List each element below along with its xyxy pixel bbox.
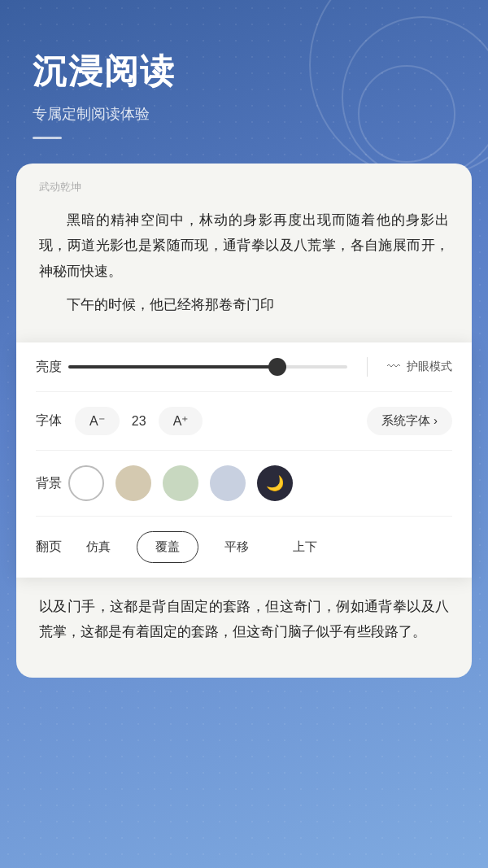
- eye-mode-label: 护眼模式: [407, 360, 452, 374]
- background-label: 背景: [36, 475, 68, 492]
- pageturn-cover[interactable]: 覆盖: [137, 531, 198, 563]
- reading-card-bottom: 以及门手，这都是背自固定的套路，但这奇门，例如通背拳以及八荒掌，这都是有着固定的…: [16, 578, 472, 678]
- reading-text: 黑暗的精神空间中，林动的身影再度出现而随着他的身影出现，两道光影也是紧随而现，通…: [39, 207, 449, 318]
- background-row: 背景 🌙: [36, 451, 452, 517]
- reading-paragraph-1: 黑暗的精神空间中，林动的身影再度出现而随着他的身影出现，两道光影也是紧随而现，通…: [39, 207, 449, 284]
- pageturn-options: 仿真 覆盖 平移 上下: [68, 531, 452, 563]
- slider-fill: [68, 365, 277, 369]
- bg-option-blue[interactable]: [210, 465, 246, 501]
- pageturn-label: 翻页: [36, 539, 68, 556]
- settings-panel: 亮度 〰 护眼模式 字体 A⁻ 23 A⁺ 系统字体 › 背景: [16, 342, 472, 578]
- font-label: 字体: [36, 412, 68, 430]
- bg-option-green[interactable]: [163, 465, 198, 501]
- moon-icon: 🌙: [266, 474, 284, 492]
- brightness-label: 亮度: [36, 359, 68, 376]
- lower-reading-text: 以及门手，这都是背自固定的套路，但这奇门，例如通背拳以及八荒掌，这都是有着固定的…: [39, 594, 449, 645]
- lower-paragraph-1: 以及门手，这都是背自固定的套路，但这奇门，例如通背拳以及八荒掌，这都是有着固定的…: [39, 594, 449, 645]
- reading-paragraph-2: 下午的时候，他已经将那卷奇门印: [39, 292, 449, 317]
- slider-thumb[interactable]: [268, 358, 286, 376]
- header: 沉浸阅读 专属定制阅读体验: [0, 0, 488, 164]
- font-controls: A⁻ 23 A⁺ 系统字体 ›: [68, 407, 452, 435]
- font-row: 字体 A⁻ 23 A⁺ 系统字体 ›: [36, 392, 452, 451]
- reading-card-top: 武动乾坤 黑暗的精神空间中，林动的身影再度出现而随着他的身影出现，两道光影也是紧…: [16, 164, 472, 342]
- pageturn-updown[interactable]: 上下: [275, 532, 335, 562]
- slider-track: [68, 365, 347, 369]
- vertical-divider: [367, 357, 368, 377]
- font-family-button[interactable]: 系统字体 ›: [367, 407, 452, 435]
- header-divider: [33, 137, 62, 139]
- eye-mode-control[interactable]: 〰 护眼模式: [387, 360, 452, 374]
- brightness-row: 亮度 〰 护眼模式: [36, 342, 452, 392]
- bg-option-beige[interactable]: [115, 465, 151, 501]
- book-title: 武动乾坤: [39, 180, 449, 194]
- font-increase-button[interactable]: A⁺: [159, 407, 203, 435]
- eye-icon: 〰: [387, 360, 400, 374]
- background-options: 🌙: [68, 465, 452, 501]
- bg-option-white[interactable]: [68, 465, 104, 501]
- pageturn-slide[interactable]: 平移: [207, 532, 267, 562]
- pageturn-simulation[interactable]: 仿真: [68, 532, 129, 562]
- brightness-controls: 〰 护眼模式: [68, 357, 452, 377]
- page-subtitle: 专属定制阅读体验: [33, 104, 455, 124]
- page-title: 沉浸阅读: [33, 49, 455, 94]
- bg-option-dark[interactable]: 🌙: [257, 465, 293, 501]
- pageturn-row: 翻页 仿真 覆盖 平移 上下: [36, 517, 452, 578]
- font-size-display: 23: [126, 414, 152, 429]
- brightness-slider[interactable]: [68, 365, 347, 369]
- font-decrease-button[interactable]: A⁻: [75, 407, 120, 435]
